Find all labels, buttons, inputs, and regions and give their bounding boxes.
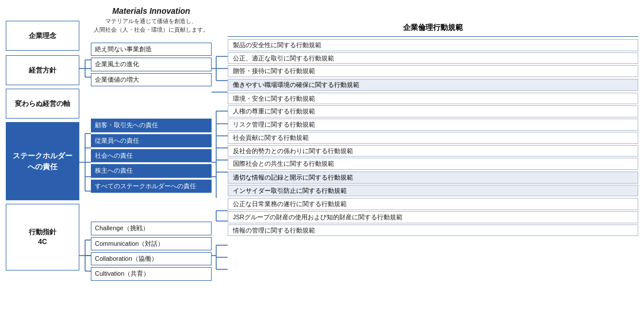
right-item-10: 国際社会との共生に関する行動規範	[228, 158, 638, 170]
center-item-4: 顧客・取引先への責任	[91, 119, 212, 132]
center-item-2: 企業風土の進化	[91, 58, 212, 71]
right-item-7: リスク管理に関する行動規範	[228, 119, 638, 131]
connector-svg	[79, 21, 91, 323]
right-connector-svg	[212, 21, 228, 323]
center-item-12: Cultivation（共育）	[91, 267, 212, 280]
right-column: 企業倫理行動規範 製品の安全性に関する行動規範 公正、適正な取引に関する行動規範…	[228, 5, 638, 330]
subtitle-line2: 人間社会（人・社会・環境）に貢献します。	[94, 25, 209, 34]
center-item-10: Communication（対話）	[91, 237, 212, 250]
center-item-1: 絶え間ない事業創造	[91, 43, 212, 56]
center-item-8: すべてのステークホルダーへの責任	[91, 180, 212, 193]
right-item-15: 情報の管理に関する行動規範	[228, 224, 638, 237]
right-header: 企業倫理行動規範	[228, 21, 638, 37]
left-connectors	[79, 5, 91, 330]
right-item-4: 働きやすい職場環境の確保に関する行動規範	[228, 79, 638, 91]
subtitle-line1: マテリアルを通じて価値を創造し、	[94, 17, 209, 25]
right-connectors	[212, 5, 228, 330]
right-item-14: JSRグループの財産の使用および知的財産に関する行動規範	[228, 211, 638, 223]
center-item-9: Challenge（挑戦）	[91, 222, 212, 235]
center-group2: 顧客・取引先への責任 従業員への責任 社会への責任 株主への責任 すべてのステー…	[91, 119, 212, 193]
center-column: Materials Innovation マテリアルを通じて価値を創造し、 人間…	[91, 5, 212, 330]
center-item-11: Collaboration（協働）	[91, 252, 212, 265]
keiei-hoshin-box: 経営方針	[6, 55, 79, 85]
right-item-12: インサイダー取引防止に関する行動規範	[228, 185, 638, 197]
center-group3: Challenge（挑戦） Communication（対話） Collabor…	[91, 222, 212, 281]
right-item-11: 適切な情報の記録と開示に関する行動規範	[228, 172, 638, 184]
kodo-hoshin-box: 行動指針 4C	[6, 204, 79, 271]
center-item-7: 株主への責任	[91, 164, 212, 177]
left-column: 企業理念 経営方針 変わらぬ経営の軸 ステークホルダーへの責任 行動指針 4C	[6, 5, 79, 330]
center-item-3: 企業価値の増大	[91, 73, 212, 86]
right-item-1: 製品の安全性に関する行動規範	[228, 39, 638, 51]
right-group5: 公正な日常業務の遂行に関する行動規範 JSRグループの財産の使用および知的財産に…	[228, 198, 638, 236]
materials-innovation-title: Materials Innovation	[112, 6, 190, 16]
center-item-5: 従業員への責任	[91, 134, 212, 147]
right-item-3: 贈答・接待に関する行動規範	[228, 65, 638, 77]
stakeholder-box: ステークホルダーへの責任	[6, 122, 79, 200]
right-item-5: 環境・安全に関する行動規範	[228, 93, 638, 105]
right-item-8: 社会貢献に関する行動規範	[228, 132, 638, 144]
right-item-9: 反社会的勢力との係わりに関する行動規範	[228, 145, 638, 157]
subtitle: マテリアルを通じて価値を創造し、 人間社会（人・社会・環境）に貢献します。	[94, 17, 209, 34]
right-group3: 環境・安全に関する行動規範 人権の尊重に関する行動規範 リスク管理に関する行動規…	[228, 93, 638, 170]
center-group1: 絶え間ない事業創造 企業風土の進化 企業価値の増大	[91, 43, 212, 86]
right-group2: 働きやすい職場環境の確保に関する行動規範	[228, 79, 638, 91]
right-group4: 適切な情報の記録と開示に関する行動規範 インサイダー取引防止に関する行動規範	[228, 172, 638, 196]
right-item-13: 公正な日常業務の遂行に関する行動規範	[228, 198, 638, 210]
center-item-6: 社会への責任	[91, 149, 212, 162]
right-item-2: 公正、適正な取引に関する行動規範	[228, 52, 638, 64]
center-title: Materials Innovation マテリアルを通じて価値を創造し、 人間…	[91, 5, 212, 37]
right-group1: 製品の安全性に関する行動規範 公正、適正な取引に関する行動規範 贈答・接待に関す…	[228, 39, 638, 77]
kigyou-rinen-box: 企業理念	[6, 21, 79, 51]
kawaranu-box: 変わらぬ経営の軸	[6, 89, 79, 119]
right-item-6: 人権の尊重に関する行動規範	[228, 105, 638, 117]
